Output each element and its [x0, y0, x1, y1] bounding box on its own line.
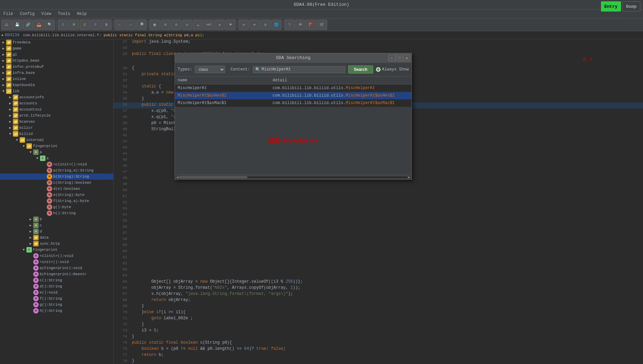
tb-btn-refresh[interactable]: ↺	[182, 20, 192, 30]
tree-f-stringa[interactable]: ▶ m f(String,a):byte	[0, 198, 113, 204]
tree-arch[interactable]: ▶ 📁 arch.lifecycle	[0, 113, 113, 119]
tree-httpdns[interactable]: ▶ 📁 httpdns.bean	[0, 58, 113, 64]
tb-btn-grid[interactable]: ▦	[149, 20, 160, 30]
tree-fp-b[interactable]: ▶ m b(Fingerprint):Reentr	[0, 271, 113, 277]
tree-fp-a[interactable]: ▶ m a(Fingerprint):void	[0, 265, 113, 271]
tree-e-string[interactable]: ▶ m e(String):byte	[0, 192, 113, 198]
tb-btn-infinity[interactable]: ∞	[239, 20, 249, 30]
tb-btn-help[interactable]: ?	[284, 20, 295, 30]
tree-g-byte[interactable]: ▶ m g():byte	[0, 204, 113, 210]
tree-fp-clinit[interactable]: ▶ m <clinit>():void	[0, 253, 113, 259]
tree-inline[interactable]: ▶ 📁 inline	[0, 76, 113, 82]
tb-btn-b[interactable]: B	[101, 20, 112, 30]
tree-infra[interactable]: ▶ 📁 infra.base	[0, 70, 113, 76]
code-area[interactable]: 27 import java.lang.System; 28 29 public…	[114, 39, 643, 364]
result-row-1[interactable]: MiscHelperKt$asHex$1 com.bilibili.lib.bi…	[175, 92, 411, 99]
tree-fp-e[interactable]: ▶ m e():void	[0, 289, 113, 296]
search-button[interactable]: Search	[348, 65, 373, 74]
scroll-right-btn[interactable]: ▶	[408, 175, 410, 179]
tb-btn-save[interactable]: 💾	[12, 20, 22, 30]
tb-btn-cart[interactable]: 🛒	[317, 20, 327, 30]
arrow-sync-http[interactable]: ▶	[28, 242, 33, 246]
tb-btn-a2[interactable]: A	[171, 20, 181, 30]
menu-file[interactable]: File	[0, 10, 17, 18]
arrow-fingerprint[interactable]: ▼	[22, 144, 26, 148]
result-row-0[interactable]: MiscHelperKt com.bilibili.lib.biliid.uti…	[175, 84, 411, 92]
tree-fp-h[interactable]: ▶ m h():String	[0, 308, 113, 314]
tree-a-string[interactable]: ▶ m a(String,a):String	[0, 167, 113, 174]
arrow-bilicr[interactable]: ▶	[8, 126, 12, 130]
arrow-c-folder[interactable]: ▶	[28, 223, 33, 227]
arrow-data-folder[interactable]: ▶	[28, 236, 33, 240]
tree-fp-init[interactable]: ▶ m <init>():void	[0, 259, 113, 265]
arrow-d-folder[interactable]: ▶	[28, 229, 33, 234]
always-show-radio[interactable]	[376, 67, 381, 72]
arrow-a-class[interactable]: ▼	[35, 157, 39, 160]
tb-btn-person[interactable]: 🚩	[306, 20, 316, 30]
tb-btn-star[interactable]: ★	[215, 20, 225, 30]
tb-btn-c[interactable]: C	[80, 20, 90, 30]
arrow-b-folder[interactable]: ▶	[28, 217, 33, 221]
tb-btn-addr[interactable]: 🔎	[136, 20, 146, 30]
tb-btn-back[interactable]: ←	[115, 20, 125, 30]
arrow-game[interactable]: ▶	[1, 46, 5, 50]
tree-b-folder[interactable]: ▶ a b	[0, 216, 113, 222]
tb-btn-fwd[interactable]: →	[125, 20, 136, 30]
tree-d-e[interactable]: ▶ m d(e):boolean	[0, 186, 113, 192]
tree-clinit[interactable]: ▶ m <clinit>():void	[0, 161, 113, 167]
tree-fingerprint-class[interactable]: ▼ c Fingerprint	[0, 247, 113, 253]
tree-freedata[interactable]: ▶ 📁 freedata	[0, 39, 113, 45]
tb-btn-circle[interactable]: ◎	[260, 20, 270, 30]
tb-btn-s[interactable]: S	[58, 20, 68, 30]
arrow-httpdns[interactable]: ▶	[1, 59, 5, 63]
hscroll-thumb[interactable]	[179, 176, 247, 178]
dump-button[interactable]: Dump	[622, 1, 640, 12]
arrow-accountsui[interactable]: ▶	[8, 107, 12, 112]
menu-view[interactable]: View	[38, 10, 55, 18]
tree-accountinfo[interactable]: ▶ 📁 accountinfo	[0, 94, 113, 100]
tb-btn-link[interactable]: 🔗	[23, 20, 33, 30]
tree-c-string[interactable]: ▶ m c(String):boolean	[0, 180, 113, 186]
tree-game[interactable]: ▶ 📁 game	[0, 45, 113, 52]
tree-bilicr[interactable]: ▶ 📁 bilicr	[0, 125, 113, 131]
arrow-internal[interactable]: ▼	[15, 138, 19, 142]
tree-kapt[interactable]: ▶ 📁 kaptbundle	[0, 82, 113, 88]
result-row-2[interactable]: MiscHelperKt$asMac$1 com.bilibili.lib.bi…	[175, 99, 411, 107]
tb-btn-flag[interactable]: ⚑	[225, 20, 236, 30]
tb-btn-export[interactable]: 📤	[34, 20, 44, 30]
tree-gl[interactable]: ▶ 📁 gl	[0, 52, 113, 58]
menu-tools[interactable]: Tools	[55, 10, 74, 18]
arrow-accountinfo[interactable]: ▶	[8, 95, 12, 99]
arrow-fingerprint-class[interactable]: ▼	[22, 248, 26, 252]
tree-fp-d[interactable]: ▶ m d():String	[0, 283, 113, 289]
entry-button[interactable]: Entry	[601, 1, 621, 12]
arrow-biliid[interactable]: ▼	[8, 132, 12, 136]
hscroll-track[interactable]	[178, 176, 408, 179]
tb-btn-eye[interactable]: 👁	[295, 20, 305, 30]
tree-b-string[interactable]: ▶ m b(String):String	[0, 174, 113, 180]
tree-biliid[interactable]: ▼ 📂 biliid	[0, 131, 113, 137]
menu-config[interactable]: Config	[17, 10, 38, 18]
search-dialog-minimize[interactable]: —	[388, 55, 395, 61]
search-scrollbar[interactable]: ◀ ▶	[175, 175, 411, 179]
tree-c-folder[interactable]: ▶ a c	[0, 222, 113, 228]
tree-d-folder[interactable]: ▶ a d	[0, 228, 113, 235]
menu-help[interactable]: Help	[74, 10, 90, 18]
arrow-freedata[interactable]: ▶	[1, 40, 5, 44]
arrow-arch[interactable]: ▶	[8, 114, 12, 118]
tb-btn-h[interactable]: H	[160, 20, 170, 30]
search-input[interactable]	[262, 67, 343, 72]
type-select[interactable]: class method field	[195, 66, 225, 73]
tb-btn-f[interactable]: F	[91, 20, 101, 30]
tree-accounts[interactable]: ▶ 📁 accounts	[0, 100, 113, 106]
tb-btn-0[interactable]: 🗂	[1, 20, 12, 30]
tree-lib[interactable]: ▼ 📂 lib	[0, 88, 113, 94]
arrow-accounts[interactable]: ▶	[8, 101, 12, 105]
tree-a-folder[interactable]: ▼ a a	[0, 149, 113, 155]
arrow-kapt[interactable]: ▶	[1, 83, 5, 87]
tree-accountsui[interactable]: ▶ 📁 accountsui	[0, 106, 113, 113]
tree-a-class[interactable]: ▼ c a	[0, 155, 113, 161]
tree-internal[interactable]: ▼ 📂 internal	[0, 137, 113, 143]
tb-btn-m[interactable]: M	[69, 20, 79, 30]
arrow-gl[interactable]: ▶	[1, 53, 5, 57]
